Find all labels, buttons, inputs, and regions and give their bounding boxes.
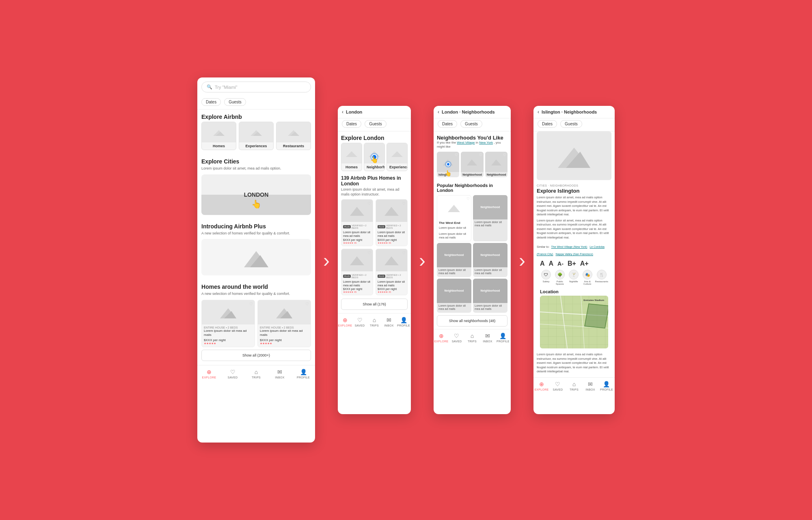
filter-guests-2[interactable]: Guests xyxy=(365,120,387,128)
you-like-card-islington[interactable]: ♡ 👆 Islington xyxy=(437,152,459,177)
nightlife-icon: 🍸 xyxy=(569,270,579,279)
filter-dates[interactable]: Dates xyxy=(201,98,221,106)
nav-profile-1[interactable]: 👤 PROFILE xyxy=(292,369,315,379)
listing-stars-4: ★★★★★ 45 xyxy=(378,290,406,293)
nav-inbox-label-1: INBOX xyxy=(275,376,284,379)
listing-stars-3: ★★★★★ 45 xyxy=(343,290,371,293)
explore-card-experiences[interactable]: Experiences xyxy=(239,122,274,150)
london-card-img-exp xyxy=(387,143,407,163)
back-arrow-4[interactable]: ‹ xyxy=(538,109,539,115)
neigh-heart-3[interactable]: ♡ xyxy=(503,153,506,157)
nav-explore-icon-3: ⊕ xyxy=(439,333,444,339)
similar-link-3[interactable]: Nappa Valley (San Francisco) xyxy=(555,253,593,256)
back-arrow-2[interactable]: ‹ xyxy=(342,109,343,115)
pop-card-6[interactable]: ♡ Neighborhood Lorem ipsum dolor sit mea… xyxy=(473,279,508,313)
islington-content: CITIES · NEIGHBORHOODS Explore Islington… xyxy=(533,183,615,377)
show-all-btn-1[interactable]: Show all (2000+) xyxy=(201,350,311,361)
plus-badge-2: PLUS xyxy=(378,225,385,228)
nav-explore-2[interactable]: ⊕ EXPLORE xyxy=(338,317,352,327)
home-card-2[interactable]: ♡ ENTIRE HOUSE • 2 BEDS Lorem ipsum dolo… xyxy=(257,300,311,347)
filter-dates-2[interactable]: Dates xyxy=(342,120,361,128)
london-card-homes[interactable]: Homes xyxy=(341,143,362,171)
london-card-neighborhoods[interactable]: Neighborhoods 👆 xyxy=(364,143,385,171)
nav-saved-1[interactable]: ♡ SAVED xyxy=(221,369,244,379)
nav-saved-3[interactable]: ♡ SAVED xyxy=(449,333,464,343)
svg-marker-14 xyxy=(391,151,403,157)
listing-card-4[interactable]: ♡ PLUS VERIFIED • 2 BEDS Lorem ipsum dol… xyxy=(376,249,408,295)
nav-inbox-2[interactable]: ✉ INBOX xyxy=(382,317,396,327)
explore-london-title: Explore London xyxy=(338,131,411,143)
listing-desc-3: Lorem ipsum dolor sit mea ad malis xyxy=(343,280,371,287)
pop-card-2[interactable]: ♡ Neighborhood Lorem ipsum dolor sit mea… xyxy=(473,195,508,241)
nav-trips-1[interactable]: ⌂ TRIPS xyxy=(244,369,268,379)
nav-explore-1[interactable]: ⊕ EXPLORE xyxy=(197,369,221,379)
neigh-heart-1[interactable]: ♡ xyxy=(455,153,458,157)
pop-card-4[interactable]: ♡ Neighborhood Lorem ipsum dolor sit mea… xyxy=(473,243,508,277)
listing-badge-4: PLUS VERIFIED • 2 BEDS xyxy=(378,274,406,279)
nav-saved-2[interactable]: ♡ SAVED xyxy=(352,317,367,327)
similar-section: Similar to: The West Village (New York) … xyxy=(537,241,611,258)
city-map[interactable]: LONDON 👆 xyxy=(201,174,311,215)
filter-guests-4[interactable]: Guests xyxy=(560,120,582,128)
nav-explore-3[interactable]: ⊕ EXPLORE xyxy=(434,333,449,343)
london-card-label-homes: Homes xyxy=(341,163,362,171)
heart-icon-2[interactable]: ♡ xyxy=(305,302,309,306)
home-desc-1: Lorem ipsum dolor sit mea ad malis xyxy=(204,329,253,337)
listing-heart-3[interactable]: ♡ xyxy=(367,251,371,255)
london-card-experiences[interactable]: Experiences xyxy=(387,143,408,171)
listing-card-1[interactable]: ♡ PLUS VERIFIED • 2 BEDS Lorem ipsum dol… xyxy=(341,199,373,246)
listing-heart-4[interactable]: ♡ xyxy=(402,251,406,255)
show-all-btn-2[interactable]: Show all (176) xyxy=(341,299,408,310)
nav-profile-3[interactable]: 👤 PROFILE xyxy=(495,333,511,343)
nav-trips-icon-3: ⌂ xyxy=(471,333,474,339)
west-village-link[interactable]: West Village xyxy=(457,141,475,144)
listing-heart-1[interactable]: ♡ xyxy=(367,201,371,206)
listing-price-1: $XXX per night xyxy=(343,239,371,241)
heart-icon-1[interactable]: ♡ xyxy=(249,302,253,306)
filter-dates-3[interactable]: Dates xyxy=(438,120,457,128)
listing-card-3[interactable]: ♡ PLUS VERIFIED • 2 BEDS Lorem ipsum dol… xyxy=(341,249,373,295)
new-york-link[interactable]: New York xyxy=(479,141,493,144)
show-all-btn-3[interactable]: Show all neighborhoods (48) xyxy=(437,315,508,327)
pop-card-3[interactable]: ♡ Neighborhood Lorem ipsum dolor sit mea… xyxy=(437,243,471,277)
nav-profile-4[interactable]: 👤 PROFILE xyxy=(598,381,615,391)
listing-heart-2[interactable]: ♡ xyxy=(402,201,406,206)
nav-explore-4[interactable]: ⊕ EXPLORE xyxy=(533,381,550,391)
explore-card-homes[interactable]: Homes xyxy=(201,122,236,150)
back-arrow-3[interactable]: ‹ xyxy=(438,109,439,115)
safety-label: Safety xyxy=(542,280,549,283)
plus-badge-4: PLUS xyxy=(378,275,385,278)
neigh-heart-2[interactable]: ♡ xyxy=(479,153,482,157)
nav-trips-4[interactable]: ⌂ TRIPS xyxy=(566,381,582,391)
search-bar[interactable]: 🔍 Try "Miami" xyxy=(201,82,311,92)
listing-stars-2: ★★★★★ 45 xyxy=(378,241,406,244)
listing-card-2[interactable]: ♡ PLUS VERIFIED • 2 BEDS Lorem ipsum dol… xyxy=(376,199,408,246)
pop-card-west-end[interactable]: ♡ The West End Lorem ipsum dolor sit Lor… xyxy=(437,195,471,241)
nav-profile-icon-3: 👤 xyxy=(499,333,506,339)
nav-inbox-1[interactable]: ✉ INBOX xyxy=(268,369,292,379)
home-card-1[interactable]: ♡ ENTIRE HOUSE • 2 BEDS Lorem ipsum dolo… xyxy=(201,300,255,347)
similar-link-1[interactable]: The West Village (New York) xyxy=(551,245,587,248)
card-image-exp xyxy=(239,122,273,142)
similar-label: Similar to: xyxy=(537,245,549,248)
listing-badge-3: PLUS VERIFIED • 2 BEDS xyxy=(343,274,371,279)
filter-guests-3[interactable]: Guests xyxy=(460,120,482,128)
filter-guests[interactable]: Guests xyxy=(224,98,246,106)
nav-inbox-3[interactable]: ✉ INBOX xyxy=(480,333,495,343)
explore-card-restaurants[interactable]: Restaurants xyxy=(276,122,311,150)
you-like-card-3[interactable]: ♡ Neighborhood xyxy=(485,152,508,177)
nav-trips-label-4: TRIPS xyxy=(570,388,579,391)
filter-dates-4[interactable]: Dates xyxy=(538,120,557,128)
map-area[interactable]: Emirates Stadium xyxy=(540,296,608,348)
home-card-info-1: ENTIRE HOUSE • 2 BEDS Lorem ipsum dolor … xyxy=(202,324,255,347)
nav-trips-2[interactable]: ⌂ TRIPS xyxy=(367,317,382,327)
listing-stars-1: ★★★★★ 45 xyxy=(343,241,371,244)
pop-card-5[interactable]: ♡ Neighborhood Lorem ipsum dolor sit mea… xyxy=(437,279,471,313)
pop-card-desc-2: Lorem ipsum dolor sit mea ad malls xyxy=(473,219,508,229)
nav-profile-2[interactable]: 👤 PROFILE xyxy=(396,317,411,327)
nav-inbox-4[interactable]: ✉ INBOX xyxy=(582,381,598,391)
listing-desc-1: Lorem ipsum dolor sit mea ad malis xyxy=(343,230,371,238)
you-like-card-2[interactable]: ♡ Neighborhood xyxy=(461,152,483,177)
nav-saved-4[interactable]: ♡ SAVED xyxy=(550,381,566,391)
nav-trips-3[interactable]: ⌂ TRIPS xyxy=(464,333,480,343)
